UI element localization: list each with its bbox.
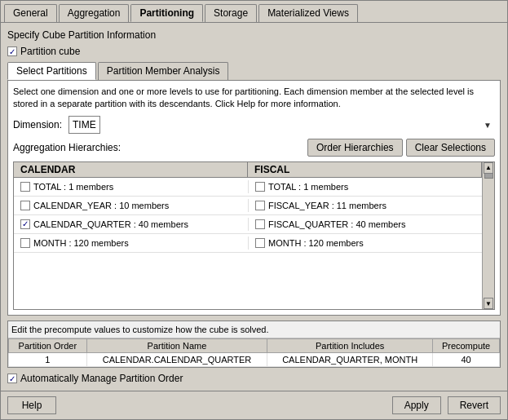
cell-order: 1 (9, 353, 87, 367)
agg-hierarchies-label: Aggregation Hierarchies: (13, 142, 121, 153)
table-row: CALENDAR_YEAR : 10 members FISCAL_YEAR :… (14, 197, 482, 215)
cell-precompute[interactable]: 40 (433, 353, 500, 367)
tab-partitioning[interactable]: Partitioning (130, 4, 203, 22)
label-fiscal-year: FISCAL_YEAR : 11 members (268, 201, 387, 210)
auto-manage-row: Automatically Manage Partition Order (7, 373, 501, 384)
checkbox-calendar-month[interactable] (20, 238, 30, 248)
agg-hierarchies-row: Aggregation Hierarchies: Order Hierarchi… (13, 139, 495, 157)
hierarchies-grid: CALENDAR FISCAL TOTAL : 1 members (13, 161, 495, 310)
inner-content: Select one dimension and one or more lev… (7, 81, 501, 316)
checkbox-fiscal-year[interactable] (255, 201, 265, 210)
table-row: CALENDAR_QUARTER : 40 members FISCAL_QUA… (14, 215, 482, 234)
label-calendar-quarter: CALENDAR_QUARTER : 40 members (33, 219, 188, 229)
partition-cube-row: Partition cube (7, 46, 501, 57)
top-tab-bar: General Aggregation Partitioning Storage… (1, 1, 507, 23)
hierarchy-buttons: Order Hierarchies Clear Selections (307, 139, 495, 157)
checkbox-fiscal-month[interactable] (255, 238, 265, 248)
label-calendar-month: MONTH : 120 members (33, 238, 129, 248)
table-row: 1 CALENDAR.CALENDAR_QUARTER CALENDAR_QUA… (9, 353, 500, 367)
checkbox-calendar-year[interactable] (20, 201, 30, 210)
label-fiscal-total: TOTAL : 1 members (268, 182, 348, 192)
description-text: Select one dimension and one or more lev… (13, 86, 495, 111)
grid-header: CALENDAR FISCAL (14, 162, 494, 178)
dimension-select[interactable]: TIME (68, 116, 100, 134)
order-hierarchies-button[interactable]: Order Hierarchies (307, 139, 403, 157)
partition-cube-label: Partition cube (20, 46, 80, 57)
checkbox-fiscal-quarter[interactable] (255, 219, 265, 229)
dimension-select-wrapper[interactable]: TIME (68, 116, 495, 134)
dimension-row: Dimension: TIME (13, 116, 495, 134)
column-header-calendar: CALENDAR (14, 162, 248, 177)
cell-right-2: FISCAL_QUARTER : 40 members (248, 218, 482, 231)
tab-storage[interactable]: Storage (205, 4, 257, 22)
clear-selections-button[interactable]: Clear Selections (406, 139, 495, 157)
footer-bar: Help Apply Revert (1, 391, 507, 419)
inner-tab-container: Select Partitions Partition Member Analy… (7, 62, 501, 316)
column-header-fiscal: FISCAL (248, 162, 482, 177)
col-header-partition-name: Partition Name (86, 339, 267, 353)
label-fiscal-quarter: FISCAL_QUARTER : 40 members (268, 219, 406, 229)
help-button[interactable]: Help (7, 396, 56, 414)
partition-cube-checkbox[interactable] (7, 46, 17, 56)
table-row: TOTAL : 1 members TOTAL : 1 members (14, 178, 482, 197)
label-calendar-total: TOTAL : 1 members (33, 182, 113, 192)
precompute-description: Edit the precompute values to customize … (8, 321, 500, 338)
label-calendar-year: CALENDAR_YEAR : 10 members (33, 201, 169, 210)
dimension-label: Dimension: (13, 119, 62, 130)
tab-aggregation[interactable]: Aggregation (59, 4, 130, 22)
revert-button[interactable]: Revert (448, 396, 501, 414)
precompute-section: Edit the precompute values to customize … (7, 321, 501, 368)
cell-left-1: CALENDAR_YEAR : 10 members (14, 199, 248, 212)
col-header-partition-includes: Partition Includes (267, 339, 433, 353)
cell-left-2-highlighted: CALENDAR_QUARTER : 40 members (14, 218, 248, 231)
label-fiscal-month: MONTH : 120 members (268, 238, 364, 248)
precompute-table: Partition Order Partition Name Partition… (8, 338, 500, 367)
tab-partition-member-analysis[interactable]: Partition Member Analysis (98, 62, 229, 80)
cell-right-1: FISCAL_YEAR : 11 members (248, 199, 482, 212)
apply-button[interactable]: Apply (392, 396, 441, 414)
scrollbar-arrow-down[interactable]: ▼ (484, 298, 493, 309)
cell-includes: CALENDAR_QUARTER, MONTH (267, 353, 433, 367)
main-window: General Aggregation Partitioning Storage… (0, 0, 508, 420)
cell-right-3: MONTH : 120 members (248, 237, 482, 250)
cell-left-0: TOTAL : 1 members (14, 180, 248, 193)
grid-scrollbar[interactable]: ▲ ▼ (482, 162, 494, 309)
auto-manage-checkbox[interactable] (7, 374, 17, 383)
checkbox-calendar-total[interactable] (20, 182, 30, 192)
auto-manage-label: Automatically Manage Partition Order (20, 373, 183, 384)
tab-materialized-views[interactable]: Materialized Views (258, 4, 358, 22)
checkbox-calendar-quarter[interactable] (20, 219, 30, 229)
inner-tab-bar: Select Partitions Partition Member Analy… (7, 62, 501, 81)
col-header-partition-order: Partition Order (9, 339, 87, 353)
cell-right-0: TOTAL : 1 members (248, 180, 482, 193)
cell-left-3: MONTH : 120 members (14, 237, 248, 250)
tab-general[interactable]: General (4, 4, 57, 22)
cell-name: CALENDAR.CALENDAR_QUARTER (86, 353, 267, 367)
checkbox-fiscal-total[interactable] (255, 182, 265, 192)
section-title: Specify Cube Partition Information (7, 29, 501, 41)
scrollbar-track (483, 162, 494, 309)
tab-select-partitions[interactable]: Select Partitions (7, 62, 96, 80)
table-row: MONTH : 120 members MONTH : 120 members (14, 234, 482, 253)
grid-body: TOTAL : 1 members TOTAL : 1 members (14, 178, 494, 253)
scrollbar-arrow-up[interactable]: ▲ (484, 162, 493, 174)
col-header-precompute: Precompute (433, 339, 500, 353)
main-content: Specify Cube Partition Information Parti… (1, 23, 507, 391)
